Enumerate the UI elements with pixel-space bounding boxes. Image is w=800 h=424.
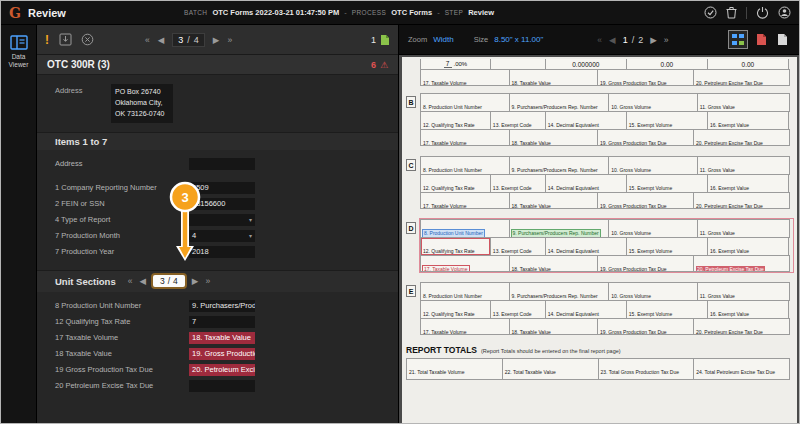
form-cell: 16. Exempt Value <box>707 300 789 319</box>
form-cell: 17. Taxable Volume165.09 <box>420 69 510 86</box>
viewer-canvas: 7 .00% 0.000000 0.00 0.00 17. Taxable Vo… <box>399 55 799 423</box>
first-page-icon[interactable]: « <box>145 35 150 45</box>
error-count: 6 <box>371 60 376 70</box>
form-cell-label: 19. Gross Production Tax Due <box>600 266 667 272</box>
viewer-actions <box>728 30 790 49</box>
trash-icon[interactable] <box>726 6 737 19</box>
page-total: 4 <box>194 35 199 45</box>
gross-production-tax-due-field[interactable]: 20. Petroleum Excise <box>189 364 255 376</box>
form-cell-label: 9. Purchasers/Producers Rep. Number <box>512 230 600 237</box>
address-display-value[interactable]: PO Box 26740 Oklahoma City, OK 73126-074… <box>111 84 173 123</box>
grooper-logo: G <box>9 5 21 21</box>
cancel-circle-icon[interactable] <box>81 33 94 46</box>
form-cell: 12. Qualifying Tax Rate7 .00% <box>420 111 491 130</box>
complete-check-icon[interactable] <box>704 6 717 19</box>
field-row-qualifying-rate: 12 Qualifying Tax Rate 7 <box>37 314 398 330</box>
address-field[interactable] <box>189 158 255 170</box>
prev-unit-icon[interactable]: ◀ <box>139 276 146 286</box>
sidebar-item-data-viewer[interactable]: Data Viewer <box>1 31 36 73</box>
last-page-icon[interactable]: » <box>227 35 232 45</box>
form-cell: 13. Exempt Code <box>490 237 546 256</box>
prev-page-icon[interactable]: ◀ <box>158 35 165 45</box>
form-cell: 10. Gross Volume <box>608 282 698 301</box>
doc-count-value: 1 <box>371 35 376 45</box>
production-unit-number-field[interactable]: 9. Purchasers/Produ <box>189 300 255 312</box>
report-totals-note: (Report Totals should be entered on the … <box>481 348 621 354</box>
pdf-export-icon[interactable] <box>754 31 769 48</box>
form-cell: 12. Qualifying Tax Rate .00% <box>420 300 491 319</box>
power-icon[interactable] <box>756 6 769 19</box>
form-cell: 10. Gross Volume <box>608 156 698 175</box>
user-icon[interactable] <box>778 6 791 19</box>
form-cell-label: 8. Production Unit Number <box>423 104 482 111</box>
zoom-mode-select[interactable]: Width <box>433 35 453 44</box>
viewer-page-current: 1 <box>623 35 628 45</box>
divider <box>746 7 747 19</box>
form-cell-label: 16. Exempt Value <box>710 185 749 192</box>
form-cell-label: 12. Qualifying Tax Rate <box>423 185 475 192</box>
taxable-volume-field[interactable]: 18. Taxable Value <box>189 332 255 344</box>
form-cell-label: 16. Exempt Value <box>710 248 749 255</box>
taxable-value-field[interactable]: 19. Gross Productior <box>189 348 255 360</box>
document-header[interactable]: OTC 300R (3) 6 ⚠ <box>37 55 398 75</box>
viewer-next-page-icon[interactable]: ▶ <box>650 35 657 45</box>
form-cell-label: 8. Production Unit Number <box>423 230 484 237</box>
document-page[interactable]: 7 .00% 0.000000 0.00 0.00 17. Taxable Vo… <box>402 57 797 423</box>
unit-sections-pager: « ◀ 3 / 4 ▶ » <box>128 275 210 287</box>
viewer-first-page-icon[interactable]: « <box>597 35 602 45</box>
separator: - <box>344 8 347 17</box>
form-cell-label: 14. Decimal Equivalent <box>548 122 599 129</box>
form-cell: 18. Taxable Value10,473.64 <box>509 69 599 86</box>
field-row-company-number: 1 Company Reporting Number 5509 <box>37 180 398 196</box>
viewer-page-total: 2 <box>638 35 643 45</box>
last-unit-icon[interactable]: » <box>205 276 210 286</box>
production-year-field[interactable]: 2018 <box>189 246 255 258</box>
form-cell: 16. Exempt Value0.00 <box>707 111 789 130</box>
viewer-prev-page-icon[interactable]: ◀ <box>609 35 616 45</box>
form-cell-label: 14. Decimal Equivalent <box>548 248 599 255</box>
form-cell: 19. Gross Production Tax Due1,546.14 <box>597 129 694 146</box>
thumbnails-toggle[interactable] <box>728 30 748 49</box>
qualifying-tax-rate-field[interactable]: 7 <box>189 316 255 328</box>
form-cell: 15. Exempt Volume <box>626 174 708 193</box>
field-label: 8 Production Unit Number <box>55 301 189 310</box>
first-unit-icon[interactable]: « <box>128 276 133 286</box>
form-cell: 18. Taxable Value <box>509 255 599 272</box>
next-unit-icon[interactable]: ▶ <box>192 276 199 286</box>
unit-page-total: 4 <box>173 276 178 286</box>
field-label: 18 Taxable Value <box>55 349 189 358</box>
production-month-select[interactable]: 4▾ <box>189 230 255 242</box>
viewer-last-page-icon[interactable]: » <box>664 35 669 45</box>
export-icon[interactable] <box>59 33 72 46</box>
form-cell-label: 12. Qualifying Tax Rate <box>423 122 475 129</box>
zoom-label: Zoom <box>408 35 427 44</box>
size-value[interactable]: 8.50" x 11.00" <box>494 35 543 44</box>
document-view-icon[interactable] <box>775 31 790 48</box>
type-of-report-select[interactable]: ▾ <box>189 214 255 226</box>
page-separator: / <box>187 35 190 45</box>
form-cell-label: 14. Decimal Equivalent <box>548 311 599 318</box>
form-cell-label: 14. Decimal Equivalent <box>548 185 599 192</box>
form-cell: 8. Production Unit Number078-214348-0-00… <box>420 93 510 112</box>
form-cell: 14. Decimal Equivalent <box>545 300 627 319</box>
form-cell: 20. Petroleum Excise Tax Due20.98 <box>693 129 790 146</box>
step-label: STEP <box>445 9 464 16</box>
unit-page-indicator[interactable]: 3 / 4 <box>153 275 185 287</box>
next-page-icon[interactable]: ▶ <box>213 35 220 45</box>
form-cell-label: 10. Gross Volume <box>611 293 651 300</box>
data-panel: ! « ◀ 3 / 4 ▶ » <box>37 25 399 423</box>
form-cell-label: 10. Gross Volume <box>611 230 651 237</box>
error-badge: 6 ⚠ <box>371 60 388 70</box>
form-cell-label: 18. Taxable Value <box>512 203 551 209</box>
fein-ssn-field[interactable]: 73156600 <box>189 198 255 210</box>
petroleum-excise-tax-due-field[interactable] <box>189 380 255 392</box>
form-cell-label: 9. Purchasers/Producers Rep. Number <box>512 104 598 111</box>
form-cell-label: 20. Petroleum Excise Tax Due <box>696 140 763 146</box>
panel-content: OTC 300R (3) 6 ⚠ Address PO Box 26740 Ok… <box>37 55 398 423</box>
doc-count: 1 <box>371 34 390 46</box>
field-label: 17 Taxable Volume <box>55 333 189 342</box>
viewer-toolbar: Zoom Width Size 8.50" x 11.00" « ◀ 1 / 2… <box>399 25 799 55</box>
form-cell: 13. Exempt Code <box>490 300 546 319</box>
company-reporting-number-field[interactable]: 5509 <box>189 182 255 194</box>
form-cell: 11. Gross Value22,087.66 <box>697 93 790 112</box>
